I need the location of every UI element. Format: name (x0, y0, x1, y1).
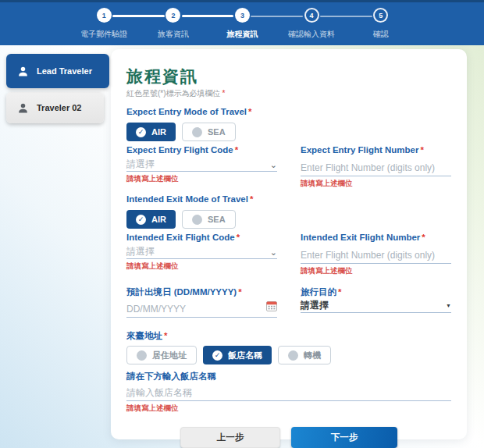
entry-flight-number-input[interactable] (301, 162, 451, 176)
exit-mode-air-button[interactable]: ✓ AIR (126, 210, 176, 229)
step-3-circle: 3 (235, 8, 250, 23)
exit-flight-code-error: 請填寫上述欄位 (126, 261, 277, 271)
entry-mode-air-button[interactable]: ✓ AIR (126, 123, 176, 141)
exit-mode-sea-button[interactable]: SEA (182, 210, 236, 229)
required-note: 紅色星號(*)標示為必填欄位* (126, 88, 451, 98)
departure-date-label: 預計出境日 (DD/MM/YYYY)* (126, 286, 277, 297)
step-traveler-info: 2 旅客資訊 (139, 7, 208, 40)
address-transit-button[interactable]: 轉機 (278, 346, 331, 364)
step-5-number: 5 (379, 12, 383, 20)
entry-flight-code-select[interactable]: 請選擇 ⌄ (126, 160, 277, 172)
address-label: 來臺地址* (126, 330, 451, 341)
step-1-label: 電子郵件驗證 (80, 29, 127, 40)
exit-flight-number-label: Intended Exit Flight Number* (301, 233, 451, 244)
entry-mode-label: Expect Entry Mode of Travel* (126, 107, 451, 118)
entry-flight-code-label: Expect Entry Flight Code* (126, 145, 277, 156)
exit-flight-code-placeholder: 請選擇 (126, 245, 155, 258)
stepper: 1 電子郵件驗證 2 旅客資訊 3 旅程資訊 4 確認輸入資料 5 確認 (69, 7, 415, 40)
entry-flight-code-placeholder: 請選擇 (126, 158, 155, 171)
hotel-name-field: 請填寫上述欄位 (126, 385, 451, 413)
calendar-icon[interactable] (266, 300, 277, 311)
hotel-name-error: 請填寫上述欄位 (126, 404, 451, 413)
address-transit-label: 轉機 (304, 350, 321, 361)
entry-flight-number-group: Expect Entry Flight Number* 請填寫上述欄位 (301, 145, 451, 188)
address-residence-button[interactable]: 居住地址 (126, 346, 197, 364)
wizard-header: 1 電子郵件驗證 2 旅客資訊 3 旅程資訊 4 確認輸入資料 5 確認 (0, 0, 484, 45)
travel-purpose-value: 請選擇 (301, 299, 329, 312)
page-title: 旅程資訊 (126, 66, 451, 87)
entry-mode-sea-label: SEA (208, 127, 226, 137)
sidebar-item-label: Traveler 02 (37, 103, 82, 112)
radio-dot-icon (192, 215, 202, 225)
wizard-nav-buttons: 上一步 下一步 (126, 427, 451, 448)
step-5-label: 確認 (373, 29, 389, 40)
step-1-circle: 1 (97, 8, 112, 23)
hotel-name-input[interactable] (126, 387, 451, 401)
entry-mode-toggle-group: ✓ AIR SEA (126, 123, 451, 141)
exit-flight-code-group: Intended Exit Flight Code* 請選擇 ⌄ 請填寫上述欄位 (126, 233, 277, 276)
step-1-number: 1 (102, 12, 106, 20)
caret-down-icon: ▼ (446, 303, 451, 309)
hotel-name-label: 請在下方輸入飯店名稱 (126, 371, 451, 382)
date-purpose-row: 預計出境日 (DD/MM/YYYY)* 旅行目的* 請選擇 ▼ (126, 286, 451, 318)
departure-date-group: 預計出境日 (DD/MM/YYYY)* (126, 286, 277, 318)
step-email-verification: 1 電子郵件驗證 (69, 7, 139, 40)
step-trip-info: 3 旅程資訊 (208, 7, 277, 40)
step-confirm: 5 確認 (346, 7, 415, 40)
address-residence-label: 居住地址 (152, 350, 187, 361)
step-4-number: 4 (310, 12, 314, 20)
previous-step-button[interactable]: 上一步 (180, 427, 280, 448)
step-2-label: 旅客資訊 (158, 29, 189, 40)
step-5-circle: 5 (373, 8, 388, 23)
step-4-circle: 4 (304, 8, 319, 23)
exit-flight-number-input[interactable] (301, 250, 451, 264)
travel-purpose-group: 旅行目的* 請選擇 ▼ (301, 286, 451, 318)
radio-dot-icon (288, 350, 298, 361)
trip-info-card: 旅程資訊 紅色星號(*)標示為必填欄位* Expect Entry Mode o… (111, 49, 467, 439)
exit-flight-row: Intended Exit Flight Code* 請選擇 ⌄ 請填寫上述欄位… (126, 233, 451, 276)
step-3-number: 3 (240, 12, 244, 20)
next-step-button[interactable]: 下一步 (291, 427, 397, 448)
address-hotel-label: 飯店名稱 (228, 350, 262, 361)
address-hotel-button[interactable]: ✓ 飯店名稱 (203, 346, 272, 364)
person-icon (17, 102, 29, 114)
person-icon (17, 66, 29, 77)
exit-mode-air-label: AIR (151, 215, 166, 224)
exit-flight-code-label: Intended Exit Flight Code* (126, 233, 277, 244)
address-toggle-group: 居住地址 ✓ 飯店名稱 轉機 (126, 346, 451, 364)
sidebar-item-traveler-02[interactable]: Traveler 02 (6, 92, 104, 123)
exit-flight-code-select[interactable]: 請選擇 ⌄ (126, 247, 277, 259)
entry-flight-row: Expect Entry Flight Code* 請選擇 ⌄ 請填寫上述欄位 … (126, 145, 451, 188)
entry-flight-number-label: Expect Entry Flight Number* (301, 145, 451, 156)
entry-mode-sea-button[interactable]: SEA (182, 123, 236, 141)
departure-date-input[interactable] (126, 304, 277, 318)
entry-mode-air-label: AIR (151, 127, 166, 137)
radio-dot-icon (137, 350, 147, 361)
sidebar-item-lead-traveler[interactable]: Lead Traveler (6, 54, 109, 88)
entry-flight-code-group: Expect Entry Flight Code* 請選擇 ⌄ 請填寫上述欄位 (126, 145, 277, 188)
chevron-down-icon: ⌄ (270, 162, 277, 168)
entry-flight-number-error: 請填寫上述欄位 (301, 179, 451, 188)
chevron-down-icon: ⌄ (270, 249, 277, 255)
exit-mode-sea-label: SEA (208, 215, 226, 224)
required-asterisk: * (222, 89, 226, 98)
exit-flight-number-group: Intended Exit Flight Number* 請填寫上述欄位 (301, 233, 451, 276)
radio-dot-icon (192, 127, 202, 137)
exit-flight-number-error: 請填寫上述欄位 (301, 266, 451, 276)
travel-purpose-label: 旅行目的* (301, 286, 451, 297)
selected-check-icon: ✓ (136, 127, 146, 137)
exit-mode-label: Intended Exit Mode of Travel* (126, 194, 451, 205)
step-2-number: 2 (171, 12, 175, 20)
step-4-label: 確認輸入資料 (288, 29, 335, 40)
departure-date-field (126, 301, 277, 318)
sidebar-item-label: Lead Traveler (37, 66, 92, 76)
entry-flight-code-error: 請填寫上述欄位 (126, 174, 277, 183)
step-3-label: 旅程資訊 (226, 29, 258, 40)
travel-purpose-select[interactable]: 請選擇 ▼ (301, 301, 451, 313)
selected-check-icon: ✓ (136, 215, 146, 225)
step-2-circle: 2 (165, 8, 180, 23)
exit-mode-toggle-group: ✓ AIR SEA (126, 210, 451, 229)
selected-check-icon: ✓ (212, 350, 222, 361)
required-note-text: 紅色星號(*)標示為必填欄位 (126, 89, 221, 98)
step-confirm-input: 4 確認輸入資料 (277, 7, 347, 40)
